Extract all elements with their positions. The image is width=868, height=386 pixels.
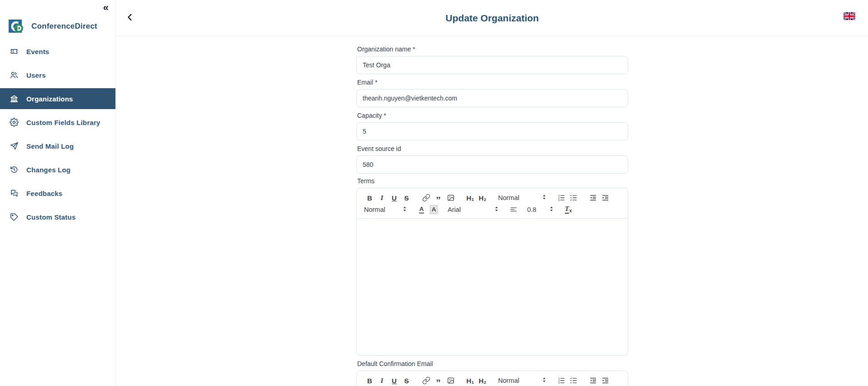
- updown-arrows-icon: [549, 206, 554, 214]
- toolbar-group: BIUS: [364, 192, 413, 203]
- header-2-glyph: H: [479, 195, 484, 201]
- strike-glyph: S: [404, 195, 409, 201]
- bold-glyph: B: [367, 195, 372, 201]
- tag-icon: [10, 212, 19, 221]
- toolbar-group: [587, 375, 612, 386]
- event-source-id-input[interactable]: [356, 155, 628, 174]
- ordered-list-button[interactable]: 123: [555, 375, 567, 386]
- sidebar-item-custom-fields-library[interactable]: Custom Fields Library: [0, 112, 115, 133]
- header-1-button[interactable]: H1: [464, 375, 476, 386]
- align-button[interactable]: [508, 204, 519, 215]
- header-2-button[interactable]: H2: [477, 192, 488, 203]
- toolbar-group: Normal: [364, 206, 409, 214]
- bold-button[interactable]: B: [364, 192, 375, 203]
- clear-format-button[interactable]: Tx: [563, 204, 574, 215]
- indent-button[interactable]: [599, 375, 611, 386]
- image-button[interactable]: [445, 192, 456, 203]
- outdent-icon: [589, 376, 597, 385]
- sidebar-item-organizations[interactable]: Organizations: [0, 88, 115, 109]
- brand-name: ConferenceDirect: [31, 22, 97, 31]
- sidebar-item-send-mail-log[interactable]: Send Mail Log: [0, 135, 115, 156]
- form-editors: TermsBIUS”H1H2Normal123NormalAAArial0.8T…: [356, 177, 628, 386]
- header-1-sub: 1: [472, 380, 474, 385]
- toolbar-group: H1H2: [464, 375, 489, 386]
- terms-label: Terms: [357, 177, 627, 185]
- italic-glyph: I: [381, 195, 384, 201]
- default-confirmation-email-label: Default Confirmation Email: [357, 360, 627, 367]
- link-button[interactable]: [420, 192, 432, 203]
- header-select-dropdown[interactable]: Normal: [498, 194, 546, 202]
- line-height-select-dropdown[interactable]: 0.8: [527, 206, 554, 214]
- sidebar-item-changes-log[interactable]: Changes Log: [0, 159, 115, 180]
- header-2-button[interactable]: H2: [477, 375, 488, 386]
- toolbar-group: 123: [555, 192, 580, 203]
- terms-editor: BIUS”H1H2Normal123NormalAAArial0.8Tx: [356, 188, 628, 356]
- email-label: Email *: [357, 79, 627, 86]
- blockquote-button[interactable]: ”: [433, 192, 444, 203]
- ticket-icon: [10, 47, 19, 56]
- header-select-value: Normal: [498, 194, 519, 201]
- clear-format-icon: Tx: [565, 206, 572, 214]
- sidebar-item-events[interactable]: Events: [0, 41, 115, 62]
- strike-button[interactable]: S: [401, 375, 412, 386]
- toolbar-group: ”: [420, 375, 457, 386]
- header-2-sub: 2: [484, 197, 486, 202]
- sidebar-item-label: Organizations: [26, 95, 73, 103]
- email-input[interactable]: [356, 89, 628, 107]
- terms-content[interactable]: [357, 219, 628, 355]
- outdent-button[interactable]: [587, 192, 599, 203]
- size-select-dropdown[interactable]: Normal: [364, 206, 407, 214]
- capacity-input[interactable]: [356, 122, 628, 140]
- ordered-list-button[interactable]: 123: [555, 192, 567, 203]
- sidebar-collapse-button[interactable]: «: [103, 2, 107, 14]
- bold-button[interactable]: B: [364, 375, 375, 386]
- bullet-list-button[interactable]: [568, 192, 579, 203]
- italic-button[interactable]: I: [376, 192, 388, 203]
- header-1-sub: 1: [472, 197, 474, 202]
- font-select-dropdown[interactable]: Arial: [448, 206, 499, 214]
- strike-glyph: S: [404, 377, 409, 384]
- header-1-button[interactable]: H1: [464, 192, 476, 203]
- blockquote-button[interactable]: ”: [433, 375, 444, 386]
- sidebar-item-feedbacks[interactable]: Feedbacks: [0, 183, 115, 204]
- toolbar-group: Normal: [496, 376, 548, 385]
- toolbar-row-1: BIUS”H1H2Normal123: [364, 192, 621, 204]
- updown-arrows-icon: [494, 206, 499, 214]
- italic-button[interactable]: I: [376, 375, 388, 386]
- ordered-list-icon: 123: [557, 194, 565, 202]
- toolbar-group: BIUS: [364, 375, 413, 386]
- image-button[interactable]: [445, 375, 456, 386]
- quote-icon: ”: [436, 376, 441, 385]
- uk-flag-icon: [843, 12, 855, 20]
- image-icon: [447, 376, 455, 385]
- text-color-button[interactable]: A: [416, 204, 427, 215]
- strike-button[interactable]: S: [401, 192, 412, 203]
- page-title: Update Organization: [116, 0, 868, 36]
- users-icon: [10, 70, 19, 80]
- underline-button[interactable]: U: [389, 375, 400, 386]
- background-color-button[interactable]: A: [428, 204, 439, 215]
- indent-icon: [601, 376, 609, 385]
- language-selector[interactable]: [843, 12, 855, 20]
- brand: ConferenceDirect: [8, 18, 115, 35]
- indent-button[interactable]: [599, 192, 611, 203]
- page-header: Update Organization: [116, 0, 868, 36]
- ordered-list-icon: 123: [557, 376, 565, 385]
- sidebar-item-users[interactable]: Users: [0, 65, 115, 85]
- text-color-icon: A: [419, 206, 424, 214]
- header-select-value: Normal: [498, 377, 519, 384]
- organization-name-input[interactable]: [356, 56, 628, 74]
- outdent-button[interactable]: [587, 375, 599, 386]
- link-button[interactable]: [420, 375, 432, 386]
- default-confirmation-email-toolbar: BIUS”H1H2Normal123NormalAAArial0.8Tx: [357, 371, 628, 386]
- toolbar-group: 123: [555, 375, 580, 386]
- sidebar-item-label: Send Mail Log: [26, 142, 74, 150]
- bullet-list-button[interactable]: [568, 375, 579, 386]
- sidebar-item-custom-status[interactable]: Custom Status: [0, 206, 115, 227]
- underline-button[interactable]: U: [389, 192, 400, 203]
- font-select-value: Arial: [448, 206, 461, 213]
- header-1-glyph: H: [466, 377, 471, 384]
- sidebar-item-label: Custom Status: [26, 213, 75, 221]
- toolbar-row-2: NormalAAArial0.8Tx: [364, 204, 621, 216]
- header-select-dropdown[interactable]: Normal: [498, 376, 546, 385]
